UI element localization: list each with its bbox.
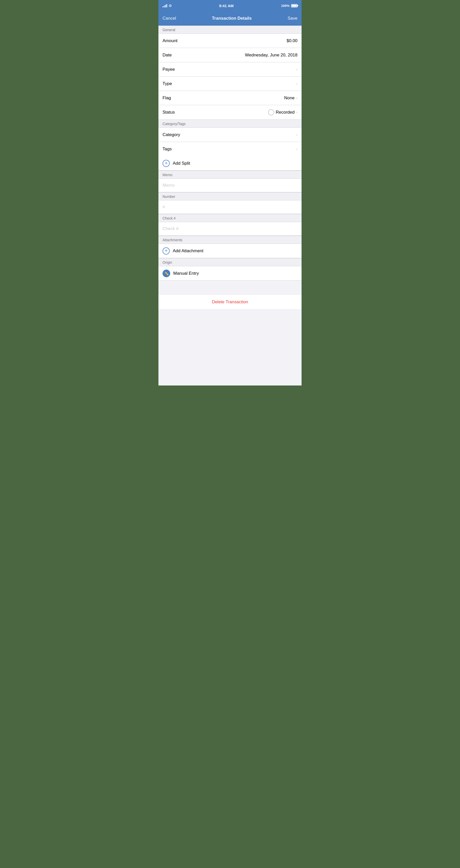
check-section-header: Check # xyxy=(159,214,301,222)
signal-icon xyxy=(163,4,167,7)
amount-row[interactable]: Amount $0.00 xyxy=(159,34,301,48)
category-tags-section-header: Category/Tags xyxy=(159,120,301,128)
category-label: Category xyxy=(163,132,180,137)
delete-section: Delete Transaction xyxy=(159,295,301,309)
add-attachment-plus-icon: + xyxy=(163,247,170,254)
payee-row[interactable]: Payee › xyxy=(159,62,301,76)
tags-chevron-icon: › xyxy=(296,147,297,151)
status-time: 9:41 AM xyxy=(219,4,234,8)
add-split-label: Add Split xyxy=(173,161,190,166)
category-chevron-icon: › xyxy=(296,132,297,137)
flag-chevron-icon: › xyxy=(296,96,297,100)
status-circle-icon xyxy=(268,109,274,115)
add-split-row[interactable]: + Add Split xyxy=(159,156,301,170)
attachments-section-header: Attachments xyxy=(159,236,301,244)
flag-label: Flag xyxy=(163,95,171,101)
origin-section-header: Origin xyxy=(159,258,301,266)
nav-bar: Cancel Transaction Details Save xyxy=(159,11,301,26)
number-input[interactable]: # xyxy=(163,205,165,209)
tags-label: Tags xyxy=(163,147,172,152)
tags-row[interactable]: Tags › xyxy=(159,142,301,156)
flag-value: None › xyxy=(284,95,297,101)
save-button[interactable]: Save xyxy=(287,16,297,21)
number-input-row[interactable]: # xyxy=(159,200,301,214)
general-section: Amount $0.00 Date Wednesday, June 20, 20… xyxy=(159,34,301,120)
flag-row[interactable]: Flag None › xyxy=(159,91,301,105)
manual-entry-row: ✏️ Manual Entry xyxy=(159,266,301,281)
manual-entry-label: Manual Entry xyxy=(173,271,199,276)
pencil-circle-icon: ✏️ xyxy=(163,270,170,277)
date-value: Wednesday, June 20, 2018 xyxy=(245,53,297,58)
battery-percentage: 100% xyxy=(281,4,290,8)
status-left: ⊙ xyxy=(163,4,172,8)
check-input[interactable]: Check # xyxy=(163,226,178,231)
delete-transaction-row[interactable]: Delete Transaction xyxy=(159,295,301,309)
status-chevron-icon: › xyxy=(296,110,297,115)
memo-input[interactable]: Memo xyxy=(163,183,175,188)
bottom-spacer xyxy=(159,309,301,319)
battery-icon xyxy=(291,4,297,7)
type-label: Type xyxy=(163,81,172,86)
status-bar: ⊙ 9:41 AM 100% xyxy=(159,0,301,11)
general-section-header: General xyxy=(159,26,301,34)
status-value: Recorded › xyxy=(268,109,297,115)
add-attachment-label: Add Attachment xyxy=(173,248,203,253)
type-chevron-icon: › xyxy=(296,82,297,86)
date-label: Date xyxy=(163,53,172,58)
cancel-button[interactable]: Cancel xyxy=(163,16,176,21)
nav-title: Transaction Details xyxy=(212,16,252,21)
number-section-header: Number xyxy=(159,192,301,200)
date-row[interactable]: Date Wednesday, June 20, 2018 xyxy=(159,48,301,62)
status-row[interactable]: Status Recorded › xyxy=(159,105,301,120)
add-split-plus-icon: + xyxy=(163,160,170,167)
tags-value: › xyxy=(296,147,297,151)
pencil-icon: ✏️ xyxy=(164,271,169,276)
type-row[interactable]: Type › xyxy=(159,76,301,91)
payee-chevron-icon: › xyxy=(296,67,297,72)
spacer xyxy=(159,281,301,289)
amount-label: Amount xyxy=(163,38,178,43)
memo-section-header: Memo xyxy=(159,170,301,179)
delete-transaction-label[interactable]: Delete Transaction xyxy=(212,300,248,305)
add-attachment-row[interactable]: + Add Attachment xyxy=(159,244,301,258)
category-tags-section: Category › Tags › xyxy=(159,128,301,156)
category-row[interactable]: Category › xyxy=(159,128,301,142)
status-label: Status xyxy=(163,110,175,115)
payee-label: Payee xyxy=(163,67,175,72)
amount-value: $0.00 xyxy=(286,38,297,43)
type-value: › xyxy=(296,82,297,86)
check-input-row[interactable]: Check # xyxy=(159,222,301,236)
wifi-icon: ⊙ xyxy=(169,4,172,8)
payee-value: › xyxy=(296,67,297,72)
memo-input-row[interactable]: Memo xyxy=(159,179,301,192)
category-value: › xyxy=(296,132,297,137)
status-right: 100% xyxy=(281,4,297,8)
phone-container: ⊙ 9:41 AM 100% Cancel Transaction Detail… xyxy=(159,0,301,385)
